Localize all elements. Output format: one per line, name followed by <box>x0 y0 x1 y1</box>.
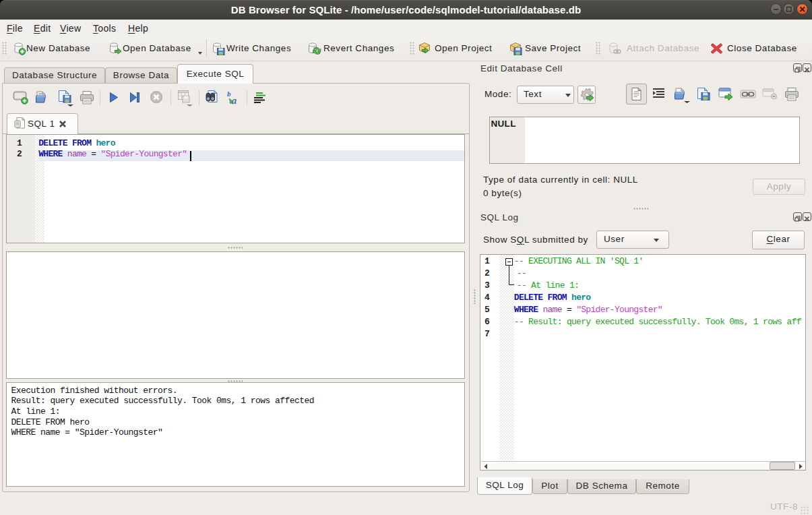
svg-text:a: a <box>232 96 237 106</box>
svg-text:b: b <box>227 90 231 98</box>
